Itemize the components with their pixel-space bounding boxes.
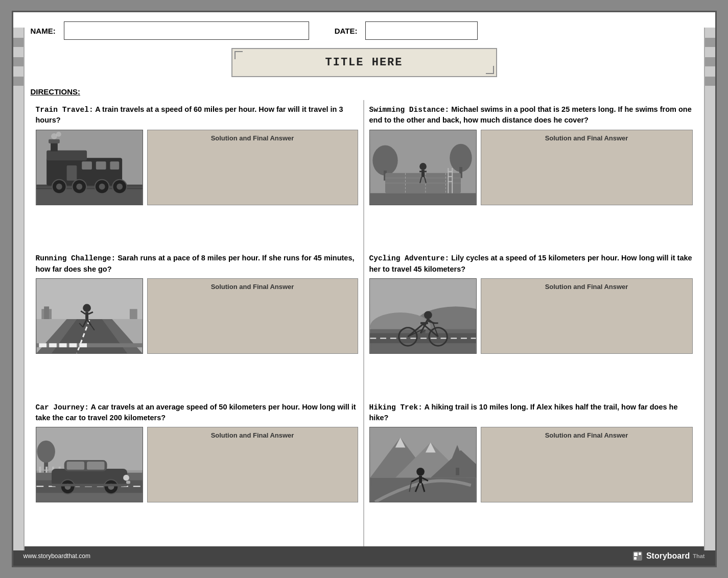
svg-rect-5: [46, 150, 87, 160]
problem-hiking: Hiking Trek: A hiking trail is 10 miles …: [364, 398, 698, 546]
date-label: DATE:: [335, 27, 358, 35]
right-notch-2: [705, 57, 715, 66]
problem-cycling-title: Cycling Adventure: Lily cycles at a spee…: [369, 253, 693, 274]
problem-hiking-bold: Hiking Trek:: [369, 403, 422, 412]
problem-train-bold: Train Travel:: [36, 106, 93, 114]
page-wrapper: NAME: DATE: TITLE HERE DIRECTIONS: Train…: [12, 11, 717, 567]
swimming-solution-box: Solution and Final Answer: [481, 130, 693, 205]
svg-rect-115: [52, 484, 127, 487]
svg-rect-52: [59, 343, 66, 347]
problem-car-title: Car Journey: A car travels at an average…: [36, 402, 358, 423]
problem-swimming-content: Solution and Final Answer: [369, 130, 693, 205]
problem-swimming-title: Swimming Distance: Michael swims in a po…: [369, 104, 693, 126]
car-solution-label: Solution and Final Answer: [152, 431, 354, 439]
problem-cycling-bold: Cycling Adventure:: [369, 254, 450, 262]
swimming-image: [369, 130, 477, 205]
title-text: TITLE HERE: [325, 56, 403, 69]
svg-rect-65: [129, 309, 137, 319]
svg-line-82: [423, 323, 424, 324]
svg-rect-53: [69, 343, 77, 347]
svg-rect-96: [45, 467, 48, 474]
problems-grid: Train Travel: A train travels at a speed…: [26, 100, 703, 546]
problem-car: Car Journey: A car travels at an average…: [31, 398, 364, 546]
problem-cycling: Cycling Adventure: Lily cycles at a spee…: [364, 249, 698, 397]
svg-point-34: [419, 163, 427, 170]
svg-rect-64: [44, 306, 49, 319]
hiking-solution-box: Solution and Final Answer: [481, 427, 693, 502]
cycling-solution-label: Solution and Final Answer: [485, 283, 688, 291]
date-input[interactable]: [365, 21, 478, 40]
svg-rect-33: [370, 193, 476, 205]
problem-cycling-content: Solution and Final Answer: [369, 278, 693, 354]
svg-point-17: [76, 183, 82, 189]
svg-point-85: [424, 311, 432, 319]
svg-rect-12: [110, 161, 119, 170]
svg-rect-51: [49, 343, 57, 347]
svg-point-93: [37, 441, 55, 463]
problem-car-content: Solution and Final Answer: [36, 427, 358, 502]
svg-point-21: [116, 183, 123, 189]
svg-rect-56: [85, 312, 88, 319]
problem-train: Train Travel: A train travels at a speed…: [31, 100, 364, 249]
name-input[interactable]: [64, 21, 309, 40]
svg-point-15: [56, 183, 62, 189]
name-label: NAME:: [31, 27, 56, 35]
svg-point-19: [99, 183, 105, 189]
problem-running-title: Running Challenge: Sarah runs at a pace …: [36, 253, 358, 274]
footer-url: www.storyboardthat.com: [24, 552, 90, 560]
train-solution-label: Solution and Final Answer: [152, 134, 354, 142]
svg-point-9: [56, 132, 61, 137]
running-solution-box: Solution and Final Answer: [147, 278, 358, 354]
svg-rect-108: [87, 462, 105, 470]
footer-logo-text: Storyboard: [646, 551, 690, 561]
svg-rect-110: [126, 481, 130, 484]
left-notch-3: [13, 77, 24, 86]
title-box: TITLE HERE: [231, 48, 497, 77]
problem-train-title: Train Travel: A train travels at a speed…: [36, 104, 358, 126]
problem-train-content: Solution and Final Answer: [36, 130, 358, 205]
problem-car-bold: Car Journey:: [36, 403, 89, 412]
side-bar-right: [704, 28, 715, 550]
footer: www.storyboardthat.com Storyboard That: [13, 546, 715, 566]
svg-rect-135: [634, 557, 637, 560]
problem-hiking-title: Hiking Trek: A hiking trail is 10 miles …: [369, 402, 693, 423]
left-notch-2: [13, 57, 24, 66]
storyboard-icon: [632, 550, 643, 562]
svg-rect-107: [66, 462, 84, 470]
svg-rect-50: [39, 343, 46, 347]
right-notch-3: [705, 77, 715, 86]
left-notch-1: [13, 38, 24, 47]
hiking-solution-label: Solution and Final Answer: [485, 431, 688, 439]
svg-rect-95: [39, 467, 41, 474]
svg-point-55: [83, 304, 91, 312]
svg-rect-126: [419, 476, 422, 484]
svg-rect-11: [96, 161, 106, 170]
header: NAME: DATE:: [26, 12, 703, 45]
footer-logo-suffix: That: [693, 553, 704, 559]
running-image: [36, 278, 143, 354]
footer-logo: Storyboard That: [632, 550, 705, 562]
problem-hiking-content: Solution and Final Answer: [369, 427, 693, 502]
problem-swimming: Swimming Distance: Michael swims in a po…: [364, 100, 698, 249]
directions-label: DIRECTIONS:: [31, 87, 698, 96]
train-solution-box: Solution and Final Answer: [147, 130, 358, 205]
cycling-image: [369, 278, 477, 354]
car-solution-box: Solution and Final Answer: [147, 427, 358, 502]
svg-point-125: [416, 468, 425, 476]
problem-running-bold: Running Challenge:: [36, 254, 116, 262]
problem-running: Running Challenge: Sarah runs at a pace …: [31, 249, 364, 397]
hiking-image: [369, 427, 477, 502]
svg-rect-10: [82, 161, 92, 170]
svg-rect-133: [634, 552, 638, 556]
side-bar-left: [13, 28, 25, 550]
svg-point-109: [123, 475, 129, 481]
svg-rect-7: [49, 139, 60, 143]
content-area: NAME: DATE: TITLE HERE DIRECTIONS: Train…: [26, 12, 703, 546]
svg-rect-134: [639, 552, 641, 555]
svg-rect-13: [66, 165, 77, 181]
problem-running-content: Solution and Final Answer: [36, 278, 358, 354]
car-image: [36, 427, 143, 502]
svg-rect-54: [79, 343, 87, 347]
running-solution-label: Solution and Final Answer: [152, 283, 354, 291]
cycling-solution-box: Solution and Final Answer: [481, 278, 693, 354]
